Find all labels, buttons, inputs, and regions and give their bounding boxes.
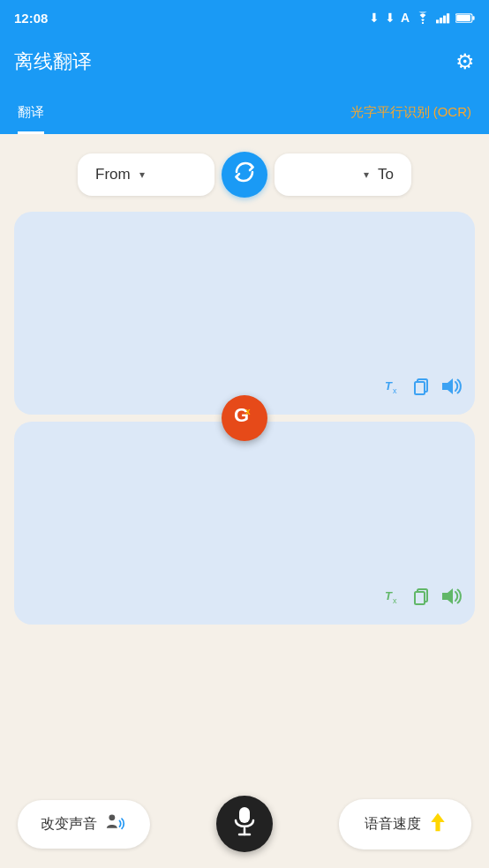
- svg-point-20: [109, 814, 115, 820]
- source-speak-button[interactable]: [440, 376, 463, 402]
- wifi-icon: [415, 11, 431, 24]
- translate-fab-icon: G x: [231, 402, 258, 434]
- svg-text:x: x: [393, 386, 397, 395]
- from-language-button[interactable]: From ▾: [78, 153, 214, 196]
- font-icon: A: [401, 11, 410, 25]
- svg-marker-19: [442, 588, 453, 604]
- voice-change-icon: [106, 812, 127, 836]
- speech-speed-icon: [430, 812, 446, 837]
- to-dropdown-arrow: ▾: [364, 168, 369, 181]
- translation-container: T x: [14, 212, 475, 625]
- microphone-button[interactable]: [216, 796, 273, 852]
- svg-marker-12: [442, 378, 453, 394]
- source-clear-button[interactable]: T x: [383, 376, 404, 402]
- svg-rect-18: [415, 592, 425, 604]
- svg-rect-11: [415, 382, 425, 394]
- bottom-bar: 改变声音 语音速度: [0, 780, 489, 868]
- speech-speed-button[interactable]: 语音速度: [339, 799, 471, 849]
- from-language-label: From: [95, 166, 131, 183]
- status-time: 12:08: [14, 11, 48, 26]
- signal-icon: [436, 11, 450, 24]
- source-text-box: T x: [14, 212, 475, 415]
- svg-rect-6: [472, 16, 474, 20]
- svg-rect-21: [239, 807, 250, 823]
- svg-rect-4: [447, 13, 449, 23]
- language-selector-row: From ▾ ▾ To: [14, 152, 475, 198]
- battery-icon: [455, 12, 475, 24]
- target-text-box: T x: [14, 422, 475, 625]
- status-icons: ⬇ ⬇ A: [369, 11, 475, 25]
- tab-bar: 翻译 光字平行识别 (OCR): [0, 88, 489, 134]
- source-actions: T x: [383, 376, 463, 402]
- swap-languages-button[interactable]: [222, 152, 267, 198]
- main-content: From ▾ ▾ To: [0, 134, 489, 780]
- to-language-button[interactable]: ▾ To: [275, 153, 411, 196]
- mic-icon: [231, 805, 258, 843]
- source-text-input[interactable]: [28, 226, 461, 358]
- svg-rect-1: [436, 19, 439, 23]
- to-language-label: To: [378, 166, 394, 183]
- from-dropdown-arrow: ▾: [139, 168, 145, 181]
- tab-ocr[interactable]: 光字平行识别 (OCR): [350, 104, 472, 134]
- svg-point-0: [422, 22, 424, 24]
- download2-icon: ⬇: [385, 11, 395, 25]
- source-copy-button[interactable]: [411, 376, 433, 402]
- target-actions: T x: [383, 586, 463, 612]
- app-title: 离线翻译: [14, 49, 92, 75]
- target-copy-button[interactable]: [411, 586, 433, 612]
- download-icon: ⬇: [369, 11, 380, 25]
- svg-text:T: T: [385, 589, 393, 602]
- status-bar: 12:08 ⬇ ⬇ A: [0, 0, 489, 35]
- speech-speed-label: 语音速度: [365, 815, 421, 834]
- svg-marker-24: [431, 812, 444, 831]
- target-text-input[interactable]: [28, 436, 461, 568]
- settings-button[interactable]: ⚙: [455, 49, 475, 74]
- svg-text:T: T: [385, 379, 393, 393]
- svg-rect-2: [440, 18, 442, 23]
- target-clear-button[interactable]: T x: [383, 586, 404, 612]
- voice-change-button[interactable]: 改变声音: [18, 800, 150, 849]
- svg-rect-7: [456, 14, 470, 20]
- svg-text:x: x: [245, 407, 251, 416]
- swap-icon: [233, 161, 256, 189]
- tab-translate[interactable]: 翻译: [18, 104, 44, 134]
- app-header: 离线翻译 ⚙: [0, 35, 489, 88]
- voice-change-label: 改变声音: [41, 815, 97, 834]
- svg-rect-3: [443, 16, 446, 24]
- target-speak-button[interactable]: [440, 586, 463, 612]
- translate-button[interactable]: G x: [222, 395, 267, 441]
- svg-text:x: x: [393, 596, 397, 605]
